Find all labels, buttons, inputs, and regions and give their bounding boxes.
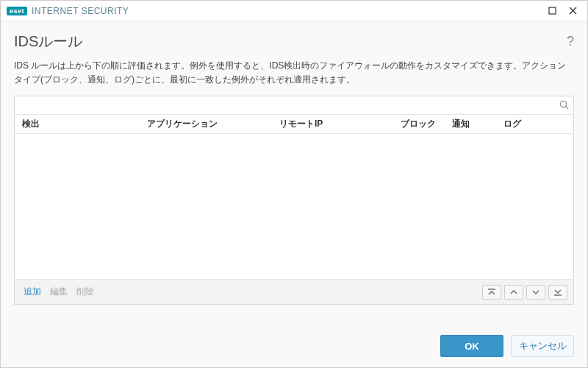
move-bottom-button[interactable] — [548, 285, 567, 300]
move-down-button[interactable] — [526, 285, 545, 300]
brand-name: INTERNET SECURITY — [32, 6, 129, 16]
col-remote-ip[interactable]: リモートIP — [272, 118, 393, 130]
dialog-footer: OK キャンセル — [1, 326, 587, 367]
header-row: IDSルール ? — [1, 21, 587, 54]
delete-button[interactable]: 削除 — [74, 284, 97, 300]
move-top-button[interactable] — [482, 285, 501, 300]
square-icon — [548, 7, 556, 15]
ok-button[interactable]: OK — [440, 335, 503, 357]
chevron-bar-down-icon — [553, 288, 562, 297]
chevron-down-icon — [531, 288, 540, 297]
brand-badge: eset — [7, 7, 27, 15]
svg-rect-0 — [549, 7, 556, 14]
maximize-button[interactable] — [542, 2, 562, 20]
table-toolbar: 追加 編集 削除 — [15, 279, 573, 304]
close-button[interactable] — [562, 2, 583, 20]
table-body — [15, 134, 573, 279]
rules-table: 検出 アプリケーション リモートIP ブロック 通知 ログ 追加 編集 削除 — [14, 96, 574, 305]
col-detection[interactable]: 検出 — [15, 118, 140, 130]
titlebar: eset INTERNET SECURITY — [1, 1, 587, 21]
col-block[interactable]: ブロック — [393, 118, 445, 130]
chevron-bar-up-icon — [487, 288, 496, 297]
help-button[interactable]: ? — [567, 34, 574, 49]
page-description: IDS ルールは上から下の順に評価されます。例外を使用すると、IDS検出時のファ… — [1, 54, 587, 96]
window: eset INTERNET SECURITY IDSルール ? IDS ルールは… — [0, 0, 588, 368]
search-row — [15, 96, 573, 115]
col-log[interactable]: ログ — [496, 118, 573, 130]
col-notify[interactable]: 通知 — [445, 118, 496, 130]
search-input[interactable] — [15, 96, 573, 114]
cancel-button[interactable]: キャンセル — [511, 335, 574, 357]
col-application[interactable]: アプリケーション — [140, 118, 272, 130]
close-icon — [569, 7, 577, 15]
table-header: 検出 アプリケーション リモートIP ブロック 通知 ログ — [15, 115, 573, 134]
page-title: IDSルール — [14, 32, 567, 52]
add-button[interactable]: 追加 — [21, 284, 44, 300]
edit-button[interactable]: 編集 — [47, 284, 71, 300]
help-icon: ? — [567, 34, 574, 49]
move-up-button[interactable] — [504, 285, 523, 300]
chevron-up-icon — [509, 288, 518, 297]
